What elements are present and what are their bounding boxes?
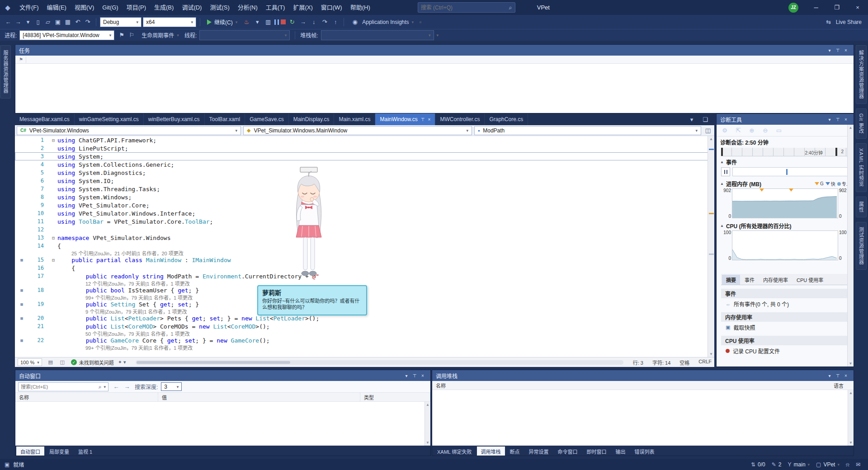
step-into-icon[interactable]: ↓ (309, 17, 318, 27)
callstack-tab-1[interactable]: 调用堆栈 (477, 446, 505, 456)
close-window-icon[interactable]: × (847, 0, 868, 15)
events-timeline-track[interactable] (732, 167, 849, 176)
caret-icon[interactable]: ▾ (24, 17, 33, 27)
doc-tab-6[interactable]: Main.xaml.cs (334, 113, 375, 125)
right-side-tab-0[interactable]: 解决方案资源管理器 (856, 45, 867, 104)
thread-dropdown[interactable]: ▾ (199, 30, 290, 40)
outline-icon[interactable]: ▤ (46, 357, 55, 367)
project-dropdown[interactable]: C#VPet-Simulator.Windows▾ (17, 126, 241, 135)
autos-column-0[interactable]: 名称 (15, 393, 158, 401)
quick-search[interactable]: ⌕ (418, 2, 515, 13)
menu-item-8[interactable]: 分析(N) (234, 4, 262, 11)
split-window-icon[interactable]: ◫ (703, 126, 712, 136)
diagnostics-panel-header[interactable]: 诊断工具 ▾⊤× (717, 114, 854, 125)
fold-marker-icon[interactable]: ⊟ (49, 258, 57, 263)
menu-item-7[interactable]: 测试(S) (206, 4, 233, 11)
scroll-down-icon[interactable]: ▼ (848, 362, 854, 366)
new-file-icon[interactable]: ▯ (33, 17, 42, 27)
open-file-icon[interactable]: ▱ (43, 17, 52, 27)
chevron-down-icon[interactable]: ▾ (826, 48, 834, 53)
float-icon[interactable]: ❏ (701, 114, 710, 124)
zoom-dropdown[interactable]: 100 %▾ (18, 358, 42, 366)
right-side-tab-1[interactable]: Git 更改 (856, 108, 867, 139)
callstack-tab-4[interactable]: 命令窗口 (554, 446, 582, 456)
autos-tab-1[interactable]: 局部变量 (45, 446, 73, 456)
chevron-down-icon[interactable]: ▾ (402, 373, 410, 378)
fold-marker-icon[interactable]: ⊟ (49, 235, 57, 240)
code-line[interactable]: 4using System.Collections.Generic; (15, 160, 714, 169)
close-icon[interactable]: × (419, 373, 427, 378)
menu-item-12[interactable]: 帮助(H) (346, 4, 374, 11)
right-side-tab-3[interactable]: 属性 (856, 197, 867, 217)
statusbar-item-sync-arrows-icon[interactable]: ⇅0/0 (748, 459, 769, 470)
task-list-empty[interactable] (15, 64, 854, 113)
code-line[interactable]: 12 (15, 226, 714, 234)
chevron-down-icon[interactable]: ▾ (826, 373, 834, 378)
doc-tab-1[interactable]: winGameSetting.xaml.cs (75, 113, 144, 125)
hot-reload-icon[interactable]: ♨ (242, 17, 251, 27)
callstack-scrollbar[interactable]: ▲ ▼ (848, 390, 854, 446)
flag-icon[interactable]: ⚑ (117, 30, 126, 40)
close-icon[interactable]: × (428, 117, 431, 122)
autos-search-input[interactable] (21, 384, 96, 390)
solution-config-dropdown[interactable]: Debug▾ (100, 17, 142, 27)
diagnostics-timeline-ruler[interactable]: 2:40分钟 2 (721, 148, 849, 156)
autos-tab-2[interactable]: 监视 1 (74, 446, 96, 456)
pin-icon[interactable]: ⊤ (410, 373, 419, 378)
stack-frame-dropdown[interactable]: ▾ (321, 30, 434, 40)
code-cleanup-icon[interactable]: ✦ ▾ (118, 359, 126, 365)
pin-icon[interactable]: ⊤ (834, 48, 842, 53)
type-dropdown[interactable]: ◆VPet_Simulator.Windows.MainWindow▾ (243, 126, 472, 135)
callstack-name-column[interactable]: 名称 (432, 381, 449, 390)
doc-tab-7[interactable]: MainWindow.cs⊤× (375, 113, 435, 125)
autos-column-1[interactable]: 值 (158, 393, 360, 401)
code-line[interactable]: 21 public List<CoreMOD> CoreMODs = new L… (15, 322, 714, 330)
code-line[interactable]: 17 public readonly string ModPath = Envi… (15, 272, 714, 280)
settings-gear-icon[interactable]: ⚙ (720, 126, 729, 136)
task-panel-header[interactable]: 任务 ▾⊤× (15, 45, 854, 56)
autos-scrollbar[interactable]: ▲ ▼ (425, 402, 430, 446)
doc-tab-8[interactable]: MWController.cs (435, 113, 485, 125)
forward-icon[interactable]: → (14, 17, 23, 27)
code-line[interactable]: 3using System; (15, 152, 714, 160)
editor-vertical-scrollbar[interactable]: ▲ ▼ (708, 136, 714, 357)
codelens-margin-icon[interactable]: ▦ (15, 288, 28, 292)
code-line[interactable]: 16 { (15, 264, 714, 272)
task-column-header[interactable]: ⚑ (15, 56, 854, 64)
forward-icon[interactable]: → (123, 382, 132, 392)
member-dropdown[interactable]: ▪ModPath▾ (474, 126, 701, 135)
account-avatar[interactable]: JZ (788, 3, 798, 13)
gc-marker-icon[interactable] (760, 188, 764, 192)
menu-item-1[interactable]: 编辑(E) (43, 4, 71, 11)
code-line[interactable]: 14{ (15, 242, 714, 250)
codelens-margin-icon[interactable]: ▦ (15, 338, 28, 343)
live-share-button[interactable]: ⇆Live Share (821, 17, 864, 27)
vpet-character[interactable] (285, 166, 332, 279)
autos-panel-header[interactable]: 自动窗口 ▾⊤× (15, 370, 430, 381)
close-icon[interactable]: × (842, 117, 850, 122)
statusbar-item-branch-icon[interactable]: Ymain▾ (785, 459, 813, 470)
fold-marker-icon[interactable]: ⊟ (49, 138, 57, 143)
code-line[interactable]: 7using System.Threading.Tasks; (15, 185, 714, 193)
code-line[interactable]: ▦22 public GameCore Core { get; set; } =… (15, 336, 714, 344)
priority-column-icon[interactable]: ⚑ (16, 56, 26, 63)
cpu-chart[interactable]: 1000 1000 (721, 230, 849, 260)
codelens-margin-icon[interactable]: ▦ (15, 316, 28, 320)
callstack-panel-header[interactable]: 调用堆栈 ▾⊤× (432, 370, 854, 381)
memory-chart[interactable]: 9020 9020 (721, 188, 849, 218)
diagnostics-icon[interactable]: ▥ (264, 17, 273, 27)
autos-tab-0[interactable]: 自动窗口 (16, 446, 44, 456)
scroll-up-icon[interactable]: ▲ (848, 125, 854, 130)
code-editor[interactable]: 1⊟using ChatGPT.API.Framework;2using Lin… (15, 136, 714, 357)
flag-outline-icon[interactable]: ⚐ (127, 30, 136, 40)
undo-icon[interactable]: ↶ (73, 17, 82, 27)
code-line[interactable]: 11using ToolBar = VPet_Simulator.Core.To… (15, 217, 714, 226)
pet-speech-bubble[interactable]: 萝莉斯 你好你好~有什么可以帮助你的吗？或者有什么想和我聊聊的吗？ (257, 285, 367, 315)
line-ending-indicator[interactable]: CRLF (698, 359, 712, 366)
code-line[interactable]: 1⊟using ChatGPT.API.Framework; (15, 136, 714, 144)
doc-tab-3[interactable]: ToolBar.xaml (205, 113, 245, 125)
doc-tab-9[interactable]: GraphCore.cs (485, 113, 528, 125)
close-icon[interactable]: × (842, 48, 850, 53)
code-line[interactable]: 5using System.Diagnostics; (15, 169, 714, 177)
memory-legend-item[interactable]: 快 (826, 180, 835, 187)
